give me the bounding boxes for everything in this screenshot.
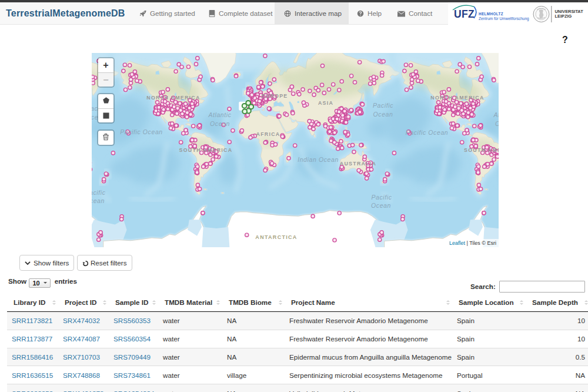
svg-text:Indian Ocean: Indian Ocean — [298, 156, 339, 163]
svg-text:Ocean: Ocean — [371, 202, 391, 209]
svg-text:Atlantic: Atlantic — [493, 111, 499, 118]
svg-text:NORTH AMERICA: NORTH AMERICA — [430, 95, 484, 101]
svg-text:Ocean: Ocean — [92, 197, 105, 204]
svg-text:LEIPZIG: LEIPZIG — [555, 14, 572, 19]
svg-text:SOUTH AMERICA: SOUTH AMERICA — [464, 147, 499, 153]
svg-text:Pacific Ocean: Pacific Ocean — [120, 128, 163, 135]
svg-text:SOUTH AMERICA: SOUTH AMERICA — [179, 147, 233, 153]
svg-text:Zentrum für Umweltforschung: Zentrum für Umweltforschung — [479, 16, 529, 21]
svg-text:ASIA: ASIA — [318, 100, 333, 106]
svg-text:Pacific: Pacific — [371, 194, 392, 201]
svg-text:AFRICA: AFRICA — [256, 131, 280, 137]
svg-text:UFZ: UFZ — [454, 8, 475, 20]
svg-text:Ocean: Ocean — [210, 120, 230, 127]
svg-text:Pacific: Pacific — [373, 102, 393, 109]
svg-text:ANTARCTICA: ANTARCTICA — [255, 234, 297, 240]
svg-text:AUSTRALIA: AUSTRALIA — [340, 161, 377, 167]
svg-text:Atlantic: Atlantic — [208, 111, 231, 118]
svg-text:EUROPE: EUROPE — [262, 93, 288, 99]
svg-text:Pacific Ocean: Pacific Ocean — [406, 129, 449, 136]
svg-text:Ocean: Ocean — [373, 111, 393, 118]
svg-text:Pacific: Pacific — [92, 189, 106, 196]
svg-text:HELMHOLTZ: HELMHOLTZ — [479, 12, 503, 16]
svg-text:Ocean: Ocean — [495, 120, 499, 127]
svg-text:NORTH AMERICA: NORTH AMERICA — [146, 95, 200, 101]
